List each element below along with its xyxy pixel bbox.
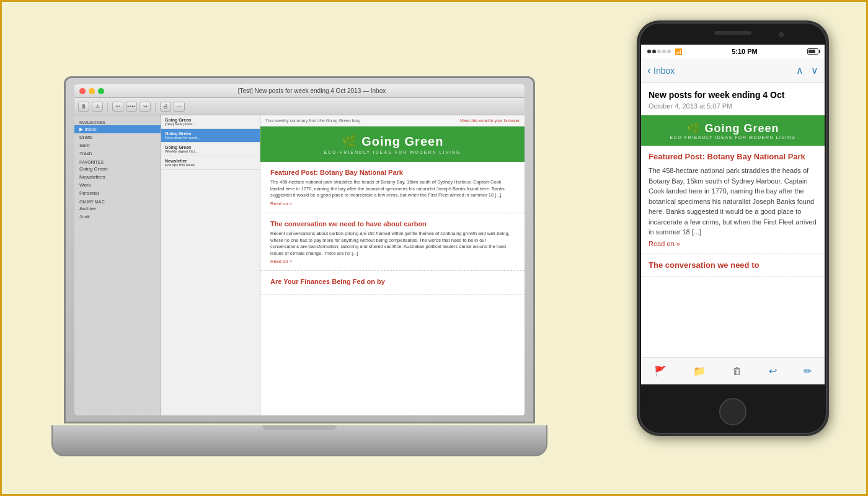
- phone-post-1-read-on[interactable]: Read on »: [649, 240, 817, 247]
- signal-dot-5: [667, 50, 671, 53]
- sidebar-item-favorites-3[interactable]: Work: [74, 181, 161, 189]
- reply-button[interactable]: ↩: [112, 102, 123, 112]
- status-time: 5:10 PM: [682, 48, 807, 55]
- sidebar-item-drafts[interactable]: Drafts: [74, 133, 161, 141]
- nav-arrows: ∧ ∨: [796, 64, 818, 76]
- phone-post-1: Featured Post: Botany Bay National Park …: [641, 146, 825, 254]
- maximize-button[interactable]: [98, 88, 104, 94]
- junk-button[interactable]: ⚠: [92, 102, 103, 112]
- forward-button[interactable]: ↪: [140, 102, 151, 112]
- phone: 📶 5:10 PM ‹ Inbox ∧ ∨: [637, 20, 829, 442]
- phone-post-2: The conversation we need to: [641, 254, 825, 278]
- close-button[interactable]: [79, 88, 86, 94]
- laptop: [Test] New posts for week ending 4 Oct 2…: [51, 27, 547, 473]
- toolbar-separator: [107, 102, 108, 112]
- back-label: Inbox: [653, 66, 675, 76]
- prev-message-button[interactable]: ∧: [796, 64, 804, 76]
- mail-list-item-3[interactable]: Newsletter Eco tips this week: [161, 156, 260, 170]
- ios-toolbar: 🚩 📁 🗑 ↩ ✏: [641, 357, 825, 384]
- signal-dot-1: [647, 50, 651, 53]
- mail-app: [Test] New posts for week ending 4 Oct 2…: [74, 84, 525, 415]
- print-button[interactable]: 🖨: [160, 102, 171, 112]
- ios-nav-bar: ‹ Inbox ∧ ∨: [641, 58, 825, 83]
- sidebar-item-trash[interactable]: Trash: [74, 149, 161, 157]
- signal-dot-3: [657, 50, 661, 53]
- view-in-browser-link[interactable]: View this email in your browser: [460, 118, 520, 123]
- window-title: [Test] New posts for week ending 4 Oct 2…: [104, 87, 520, 94]
- phone-logo-icon: 🌿: [686, 122, 701, 135]
- phone-camera: [779, 32, 784, 37]
- mail-title-bar: [Test] New posts for week ending 4 Oct 2…: [74, 84, 525, 98]
- post-1-read-on[interactable]: Read on »: [270, 201, 515, 206]
- mail-toolbar: 🗑 ⚠ ↩ ↩↩ ↪ 🖨 ⋯: [74, 98, 525, 115]
- sidebar-item-archive[interactable]: Archive: [74, 205, 161, 213]
- email-body: 🌿 Going Green ECO-FRIENDLY IDEAS FOR MOD…: [260, 126, 525, 415]
- next-message-button[interactable]: ∨: [811, 64, 818, 76]
- laptop-base: [51, 425, 547, 456]
- email-post-1: Featured Post: Botany Bay National Park …: [260, 162, 525, 213]
- compose-button[interactable]: ✏: [800, 361, 815, 381]
- sidebar-group-onmymac: On My Mac: [74, 197, 161, 205]
- wifi-icon: 📶: [675, 48, 682, 55]
- sidebar-item-personal[interactable]: Personal: [74, 189, 161, 197]
- post-1-body: The 458-hectare national park straddles …: [270, 179, 515, 199]
- folder-button[interactable]: 📁: [689, 361, 709, 381]
- flag-button[interactable]: 🚩: [650, 361, 670, 381]
- sidebar-item-favorites-2[interactable]: Newsletters: [74, 173, 161, 181]
- phone-email-subject: New posts for week ending 4 Oct: [649, 89, 817, 100]
- trash-button[interactable]: 🗑: [728, 362, 746, 381]
- sidebar-item-junk[interactable]: Junk: [74, 213, 161, 221]
- home-button[interactable]: [719, 398, 746, 425]
- post-2-read-on[interactable]: Read on »: [270, 259, 515, 264]
- back-button[interactable]: ‹ Inbox: [647, 64, 675, 77]
- minimize-button[interactable]: [89, 88, 95, 94]
- laptop-notch: [262, 425, 337, 430]
- phone-post-2-title: The conversation we need to: [649, 260, 817, 271]
- sidebar-item-sent[interactable]: Sent: [74, 141, 161, 149]
- ios-status-bar: 📶 5:10 PM: [641, 45, 825, 58]
- phone-logo-tagline: ECO-FRIENDLY IDEAS FOR MODERN LIVING: [647, 135, 818, 140]
- logo-icon: 🌿: [342, 135, 358, 148]
- back-arrow-icon: ‹: [647, 64, 651, 77]
- email-green-header: 🌿 Going Green ECO-FRIENDLY IDEAS FOR MOD…: [260, 126, 525, 162]
- status-battery: [807, 48, 818, 55]
- mail-content: Your weekly summary from the Going Green…: [260, 115, 525, 415]
- mail-list-item[interactable]: Going Green [Test] New posts...: [161, 115, 260, 129]
- phone-post-1-title: Featured Post: Botany Bay National Park: [649, 152, 817, 162]
- phone-speaker: [714, 31, 751, 35]
- mail-body: Mailboxes ▶ Inbox Drafts Sent Trash Favo…: [74, 115, 525, 415]
- signal-dot-2: [652, 50, 656, 53]
- phone-email-date: October 4, 2013 at 5:07 PM: [649, 102, 817, 110]
- traffic-lights: [79, 88, 104, 94]
- reply-all-button[interactable]: ↩↩: [126, 102, 137, 112]
- post-2-title: The conversation we need to have about c…: [270, 219, 515, 228]
- sidebar-group-favorites: Favorites: [74, 157, 161, 165]
- sidebar-group-mailboxes: Mailboxes: [74, 118, 161, 125]
- phone-email-header: New posts for week ending 4 Oct October …: [641, 83, 825, 115]
- phone-screen: 📶 5:10 PM ‹ Inbox ∧ ∨: [641, 45, 825, 384]
- signal-dot-4: [662, 50, 666, 53]
- going-green-logo: 🌿 Going Green: [270, 134, 515, 149]
- post-2-body: Recent conversations about carbon pricin…: [270, 231, 515, 257]
- mail-list-item-2[interactable]: Going Green Weekly digest Oct...: [161, 143, 260, 156]
- email-top-bar: Your weekly summary from the Going Green…: [260, 115, 525, 126]
- logo-tagline: ECO-FRIENDLY IDEAS FOR MODERN LIVING: [270, 150, 515, 154]
- sidebar-item-favorites-1[interactable]: Going Green: [74, 165, 161, 173]
- sidebar-item-inbox[interactable]: ▶ Inbox: [74, 125, 161, 133]
- phone-green-header: 🌿 Going Green ECO-FRIENDLY IDEAS FOR MOD…: [641, 115, 825, 146]
- toolbar-separator-2: [155, 102, 156, 112]
- phone-email-body: 🌿 Going Green ECO-FRIENDLY IDEAS FOR MOD…: [641, 115, 825, 357]
- battery-fill: [808, 50, 815, 53]
- laptop-screen: [Test] New posts for week ending 4 Oct 2…: [74, 84, 525, 415]
- mail-list-item-active[interactable]: Going Green New posts for week...: [161, 129, 260, 143]
- reply-button[interactable]: ↩: [765, 361, 781, 381]
- laptop-body: [Test] New posts for week ending 4 Oct 2…: [64, 76, 535, 423]
- delete-button[interactable]: 🗑: [78, 102, 89, 112]
- email-post-2: The conversation we need to have about c…: [260, 213, 525, 271]
- mail-sidebar: Mailboxes ▶ Inbox Drafts Sent Trash Favo…: [74, 115, 161, 415]
- email-summary-label: Your weekly summary from the Going Green…: [265, 118, 360, 123]
- post-1-title: Featured Post: Botany Bay National Park: [270, 168, 515, 177]
- more-button[interactable]: ⋯: [174, 102, 185, 112]
- battery-icon: [807, 48, 818, 55]
- phone-logo: 🌿 Going Green: [647, 122, 818, 135]
